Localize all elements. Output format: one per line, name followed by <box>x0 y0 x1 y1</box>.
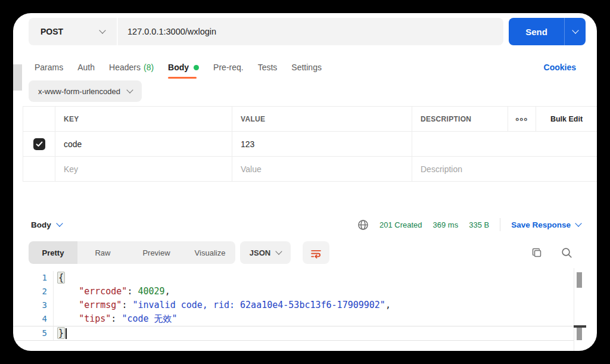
tab-label: Params <box>35 63 63 72</box>
save-response-label: Save Response <box>511 220 571 229</box>
response-tools <box>531 247 573 259</box>
code-line-content: } <box>54 326 67 340</box>
send-options-button[interactable] <box>565 30 586 33</box>
divider <box>500 218 500 231</box>
code-line: 5} <box>13 326 574 341</box>
language-select[interactable]: JSON <box>240 241 291 264</box>
value-input[interactable]: Value <box>232 157 412 181</box>
column-header-key: KEY <box>55 107 232 131</box>
chevron-down-icon <box>276 248 282 254</box>
network-globe-icon[interactable] <box>357 219 369 231</box>
code-line-content: "errcode": 40029, <box>54 285 170 298</box>
code-line-content: "tips": "code 无效" <box>54 312 178 326</box>
row-checkbox-cell <box>23 157 55 181</box>
tab-body[interactable]: Body <box>168 58 199 76</box>
response-body-label: Body <box>31 220 51 229</box>
scrollbar-thumb[interactable] <box>577 272 582 288</box>
request-tabs: ParamsAuthHeaders(8)BodyPre-req.TestsSet… <box>35 58 322 76</box>
row-checkbox-checked[interactable] <box>33 138 45 150</box>
row-checkbox-cell <box>23 132 55 156</box>
cookies-link[interactable]: Cookies <box>544 63 576 72</box>
view-tab-preview[interactable]: Preview <box>128 241 185 264</box>
response-code-editor[interactable]: 1{2 "errcode": 40029,3 "errmsg": "invali… <box>13 271 597 351</box>
code-line-content: { <box>54 271 65 285</box>
tab-label: Tests <box>258 63 278 72</box>
body-filled-dot-icon <box>194 65 199 70</box>
tab-headers[interactable]: Headers(8) <box>109 58 154 76</box>
tab-label: Settings <box>291 63 322 72</box>
background-panel-edge <box>13 64 22 91</box>
line-number: 3 <box>13 298 54 312</box>
scrollbar-track[interactable] <box>574 268 574 351</box>
status-badge[interactable]: 201 Created <box>379 220 422 229</box>
chevron-down-icon <box>99 27 105 33</box>
send-button[interactable]: Send <box>509 18 586 45</box>
column-header-description: DESCRIPTION <box>412 107 508 131</box>
header-checkbox-cell <box>23 107 55 131</box>
tab-settings[interactable]: Settings <box>291 58 322 76</box>
line-number: 1 <box>13 271 54 285</box>
params-table: KEY VALUE DESCRIPTION ooo Bulk Edit code… <box>23 106 597 182</box>
method-label: POST <box>41 27 63 36</box>
chevron-down-icon <box>56 220 63 226</box>
tab-label: Pre-req. <box>213 63 244 72</box>
api-client-window: POST 127.0.0.1:3000/wxlogin Send ParamsA… <box>13 13 597 351</box>
description-cell[interactable] <box>412 132 597 156</box>
chevron-down-icon <box>575 220 581 226</box>
request-url-row: POST 127.0.0.1:3000/wxlogin Send <box>29 18 586 45</box>
wrap-lines-button[interactable] <box>303 241 329 264</box>
response-time[interactable]: 369 ms <box>433 220 459 229</box>
chevron-down-icon <box>572 27 578 33</box>
tab-count-badge: (8) <box>144 63 154 72</box>
send-label: Send <box>509 27 564 37</box>
code-line-content: "errmsg": "invalid code, rid: 62aa10e4-5… <box>54 298 391 312</box>
tab-label: Body <box>168 63 189 72</box>
view-tab-pretty[interactable]: Pretty <box>29 241 77 264</box>
request-url-bar: POST 127.0.0.1:3000/wxlogin <box>29 18 503 45</box>
response-meta: 201 Created 369 ms 335 B Save Response <box>357 218 581 231</box>
response-toolbar: PrettyRawPreviewVisualize JSON <box>29 241 573 264</box>
save-response-button[interactable]: Save Response <box>511 220 581 229</box>
check-icon <box>36 141 43 147</box>
code-line: 2 "errcode": 40029, <box>13 285 574 298</box>
table-row-empty: Key Value Description <box>23 157 597 182</box>
view-tab-raw[interactable]: Raw <box>77 241 128 264</box>
table-row: code 123 <box>23 132 597 157</box>
body-type-select[interactable]: x-www-form-urlencoded <box>29 80 142 102</box>
code-line: 1{ <box>13 271 574 285</box>
more-options-icon[interactable]: ooo <box>508 107 536 131</box>
code-line: 4 "tips": "code 无效" <box>13 312 574 326</box>
table-header-row: KEY VALUE DESCRIPTION ooo Bulk Edit <box>23 107 597 132</box>
tab-label: Auth <box>77 63 95 72</box>
tab-auth[interactable]: Auth <box>77 58 95 76</box>
url-text: 127.0.0.1:3000/wxlogin <box>127 27 216 36</box>
value-cell[interactable]: 123 <box>232 132 412 156</box>
chevron-down-icon <box>126 86 133 93</box>
tab-prereq[interactable]: Pre-req. <box>213 58 244 76</box>
line-number: 5 <box>13 326 54 340</box>
key-cell[interactable]: code <box>55 132 232 156</box>
active-tab-underline <box>168 77 197 79</box>
request-tabs-row: ParamsAuthHeaders(8)BodyPre-req.TestsSet… <box>35 58 576 76</box>
line-number: 2 <box>13 285 54 298</box>
response-view-switcher: PrettyRawPreviewVisualize <box>29 241 235 264</box>
tab-tests[interactable]: Tests <box>258 58 278 76</box>
url-input[interactable]: 127.0.0.1:3000/wxlogin <box>118 18 503 45</box>
wrap-lines-icon <box>310 247 322 259</box>
description-input[interactable]: Description <box>412 157 597 181</box>
copy-icon[interactable] <box>531 247 543 259</box>
column-header-value: VALUE <box>232 107 412 131</box>
response-body-dropdown[interactable]: Body <box>31 220 62 229</box>
bulk-edit-button[interactable]: Bulk Edit <box>536 107 597 131</box>
language-label: JSON <box>250 248 270 257</box>
tab-label: Headers <box>109 63 141 72</box>
line-number: 4 <box>13 312 54 326</box>
search-icon[interactable] <box>561 247 573 259</box>
view-tab-visualize[interactable]: Visualize <box>185 241 235 264</box>
scrollbar-thumb[interactable] <box>577 328 582 340</box>
body-type-label: x-www-form-urlencoded <box>38 87 120 96</box>
method-select[interactable]: POST <box>29 18 118 45</box>
key-input[interactable]: Key <box>55 157 232 181</box>
response-size[interactable]: 335 B <box>469 220 489 229</box>
tab-params[interactable]: Params <box>35 58 63 76</box>
